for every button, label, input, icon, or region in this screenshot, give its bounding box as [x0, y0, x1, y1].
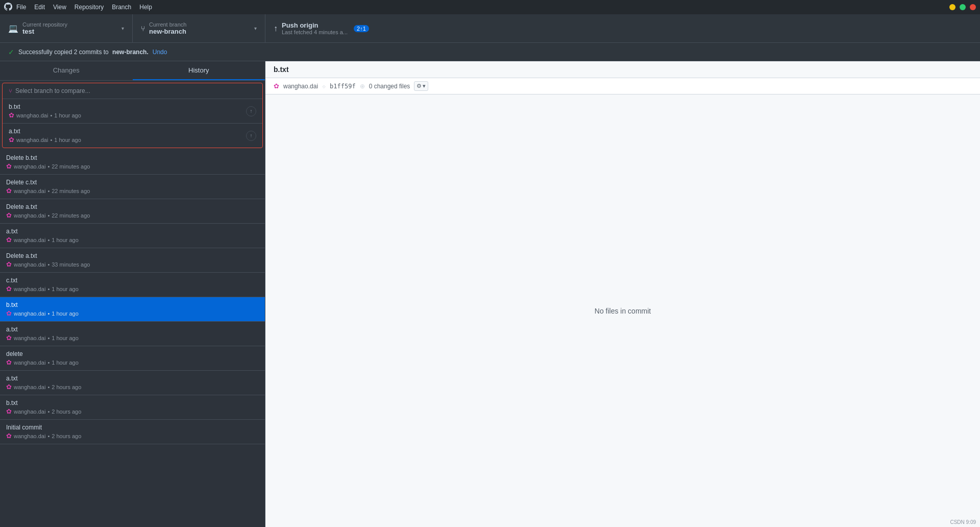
commit-meta-10: ✿ wanghao.dai • 2 hours ago: [6, 408, 259, 415]
commit-avatar-8: ✿: [6, 358, 12, 366]
branch-compare-placeholder: Select branch to compare...: [15, 87, 90, 94]
commit-title-0: Delete b.txt: [6, 154, 259, 161]
notification-text: Successfully copied 2 commits to new-bra…: [18, 49, 149, 56]
commit-row-11[interactable]: Initial commit ✿ wanghao.dai • 2 hours a…: [0, 420, 265, 444]
commit-row-2[interactable]: Delete a.txt ✿ wanghao.dai • 22 minutes …: [0, 199, 265, 224]
commit-avatar-4: ✿: [6, 260, 12, 268]
commit-meta-8: ✿ wanghao.dai • 1 hour ago: [6, 358, 259, 366]
commit-avatar-1: ✿: [6, 187, 12, 195]
commit-title-11: Initial commit: [6, 424, 259, 431]
commit-meta-1: ✿ wanghao.dai • 22 minutes ago: [6, 187, 259, 195]
gear-dropdown-icon: ▾: [423, 83, 426, 89]
commit-title-4: Delete a.txt: [6, 252, 259, 259]
commit-title-1: Delete c.txt: [6, 179, 259, 186]
branch-name: new-branch: [149, 28, 186, 35]
commit-row-3[interactable]: a.txt ✿ wanghao.dai • 1 hour ago: [0, 224, 265, 248]
repo-icon: 💻: [8, 23, 18, 33]
commit-title-9: a.txt: [6, 375, 259, 382]
avatar-icon-1: ✿: [9, 136, 14, 143]
file-author: wanghao.dai: [283, 83, 318, 90]
notification-branch: new-branch.: [112, 49, 149, 56]
commit-row-6[interactable]: b.txt ✿ wanghao.dai • 1 hour ago: [0, 297, 265, 322]
window-controls: [949, 4, 976, 10]
branch-compare-box: ⑂ Select branch to compare... b.txt ✿ wa…: [2, 83, 263, 148]
commit-list[interactable]: ⑂ Select branch to compare... b.txt ✿ wa…: [0, 81, 265, 527]
commit-avatar-2: ✿: [6, 211, 12, 219]
push-badge: 2↑1: [354, 25, 369, 32]
compare-commit-meta-1: ✿ wanghao.dai • 1 hour ago: [9, 136, 246, 143]
notification-bar: ✓ Successfully copied 2 commits to new-b…: [0, 43, 980, 61]
titlebar: File Edit View Repository Branch Help: [0, 0, 980, 14]
branch-label: Current branch: [149, 21, 186, 28]
commit-avatar-3: ✿: [6, 236, 12, 244]
compare-commit-1[interactable]: a.txt ✿ wanghao.dai • 1 hour ago ↑: [3, 124, 262, 148]
current-repo-section[interactable]: 💻 Current repository test ▾: [0, 14, 133, 42]
commit-avatar-5: ✿: [6, 285, 12, 293]
push-origin-section[interactable]: ↑ Push origin Last fetched 4 minutes a..…: [265, 14, 377, 42]
avatar-icon-0: ✿: [9, 111, 14, 119]
minimize-button[interactable]: [949, 4, 955, 10]
commit-avatar-10: ✿: [6, 408, 12, 415]
commit-avatar-0: ✿: [6, 162, 12, 170]
toolbar: 💻 Current repository test ▾ ⑂ Current br…: [0, 14, 980, 43]
push-commit-btn-0[interactable]: ↑: [246, 106, 256, 116]
commit-avatar-7: ✿: [6, 334, 12, 342]
commit-row-7[interactable]: a.txt ✿ wanghao.dai • 1 hour ago: [0, 322, 265, 346]
menu-edit[interactable]: Edit: [34, 4, 45, 11]
undo-link[interactable]: Undo: [153, 49, 167, 56]
commit-row-1[interactable]: Delete c.txt ✿ wanghao.dai • 22 minutes …: [0, 175, 265, 199]
compare-commit-title-1: a.txt: [9, 128, 246, 135]
tab-changes[interactable]: Changes: [0, 61, 133, 80]
branch-icon: ⑂: [141, 25, 145, 33]
push-label: Push origin: [282, 21, 348, 29]
commit-row-5[interactable]: c.txt ✿ wanghao.dai • 1 hour ago: [0, 273, 265, 297]
github-icon: [4, 3, 12, 12]
branch-chevron-icon: ▾: [254, 26, 257, 31]
no-files-message: No files in commit: [265, 94, 980, 527]
file-meta-bar: ✿ wanghao.dai ⟐ b1ff59f ⊕ 0 changed file…: [265, 78, 980, 94]
compare-commit-0[interactable]: b.txt ✿ wanghao.dai • 1 hour ago ↑: [3, 99, 262, 124]
menu-view[interactable]: View: [53, 4, 66, 11]
file-header: b.txt: [265, 61, 980, 78]
close-button[interactable]: [970, 4, 976, 10]
meta-sep-2: ⊕: [360, 83, 365, 90]
repo-chevron-icon: ▾: [121, 26, 124, 31]
compare-icon: ⑂: [9, 88, 12, 94]
commit-title-2: Delete a.txt: [6, 203, 259, 210]
push-icon: ↑: [274, 24, 278, 33]
left-panel: Changes History ⑂ Select branch to compa…: [0, 61, 265, 527]
menu-repository[interactable]: Repository: [75, 4, 104, 11]
current-branch-section[interactable]: ⑂ Current branch new-branch ▾: [133, 14, 265, 42]
commit-row-10[interactable]: b.txt ✿ wanghao.dai • 2 hours ago: [0, 395, 265, 420]
changed-files-count: 0 changed files: [369, 83, 410, 90]
commit-avatar-6: ✿: [6, 309, 12, 317]
tabs: Changes History: [0, 61, 265, 81]
commit-row-0[interactable]: Delete b.txt ✿ wanghao.dai • 22 minutes …: [0, 150, 265, 175]
commit-title-3: a.txt: [6, 228, 259, 235]
maximize-button[interactable]: [960, 4, 966, 10]
menu-branch[interactable]: Branch: [112, 4, 131, 11]
main-layout: Changes History ⑂ Select branch to compa…: [0, 61, 980, 527]
commit-title-6: b.txt: [6, 301, 259, 308]
right-panel: b.txt ✿ wanghao.dai ⟐ b1ff59f ⊕ 0 change…: [265, 61, 980, 527]
push-commit-btn-1[interactable]: ↑: [246, 131, 256, 141]
commit-title-10: b.txt: [6, 399, 259, 406]
commit-title-5: c.txt: [6, 277, 259, 284]
tab-history[interactable]: History: [133, 61, 265, 80]
file-title: b.txt: [274, 65, 289, 74]
branch-compare-selector[interactable]: ⑂ Select branch to compare...: [3, 83, 262, 99]
settings-gear[interactable]: ⚙ ▾: [414, 81, 428, 91]
file-author-avatar: ✿: [274, 82, 279, 90]
commit-avatar-11: ✿: [6, 432, 12, 440]
commit-row-8[interactable]: delete ✿ wanghao.dai • 1 hour ago: [0, 346, 265, 371]
system-time: CSDN 9:09: [950, 519, 976, 525]
success-icon: ✓: [8, 48, 14, 56]
commit-row-4[interactable]: Delete a.txt ✿ wanghao.dai • 33 minutes …: [0, 248, 265, 273]
commit-title-7: a.txt: [6, 326, 259, 333]
commit-row-9[interactable]: a.txt ✿ wanghao.dai • 2 hours ago: [0, 371, 265, 395]
menu-file[interactable]: File: [16, 4, 26, 11]
commit-meta-9: ✿ wanghao.dai • 2 hours ago: [6, 383, 259, 391]
commit-title-8: delete: [6, 350, 259, 357]
menu-help[interactable]: Help: [139, 4, 152, 11]
commit-meta-5: ✿ wanghao.dai • 1 hour ago: [6, 285, 259, 293]
